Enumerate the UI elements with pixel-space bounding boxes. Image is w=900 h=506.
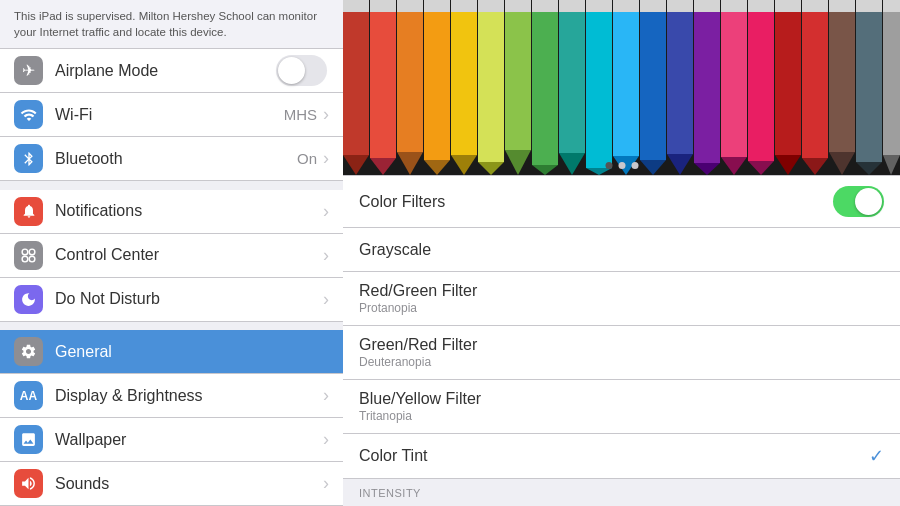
wifi-icon [14, 100, 43, 129]
preferences-group: General AA Display & Brightness Wallpape… [0, 330, 343, 506]
svg-rect-50 [748, 0, 774, 161]
svg-rect-32 [586, 0, 612, 168]
svg-rect-34 [586, 0, 612, 12]
svg-rect-62 [856, 0, 882, 162]
svg-rect-46 [694, 0, 720, 12]
airplane-mode-toggle[interactable] [276, 55, 327, 86]
sounds-chevron [323, 473, 329, 494]
carousel-dot-3[interactable] [631, 162, 638, 169]
svg-rect-58 [802, 0, 828, 12]
carousel-dots [605, 162, 638, 169]
sidebar-item-general[interactable]: General [0, 330, 343, 374]
system-group: Notifications Control Center [0, 190, 343, 322]
notifications-chevron [323, 201, 329, 222]
filter-item-blue-yellow[interactable]: Blue/Yellow Filter Tritanopia [343, 380, 900, 434]
carousel-dot-2[interactable] [618, 162, 625, 169]
svg-rect-40 [640, 0, 666, 12]
svg-rect-20 [478, 0, 504, 162]
do-not-disturb-chevron [323, 289, 329, 310]
svg-rect-43 [667, 0, 693, 12]
carousel-dot-1[interactable] [605, 162, 612, 169]
pencil-image-svg [343, 0, 900, 175]
sidebar-item-control-center[interactable]: Control Center [0, 234, 343, 278]
filter-list: Grayscale Red/Green Filter Protanopia Gr… [343, 228, 900, 478]
filter-name-red-green: Red/Green Filter [359, 282, 884, 300]
wallpaper-icon [14, 425, 43, 454]
svg-rect-55 [775, 0, 801, 12]
sounds-icon [14, 469, 43, 498]
svg-rect-23 [505, 0, 531, 150]
bluetooth-chevron [323, 148, 329, 169]
sidebar-item-sounds[interactable]: Sounds [0, 462, 343, 506]
notifications-label: Notifications [55, 202, 323, 220]
color-filters-header: Color Filters [343, 176, 900, 228]
intensity-label: INTENSITY [343, 479, 900, 503]
control-center-icon [14, 241, 43, 270]
svg-rect-49 [721, 0, 747, 12]
filter-item-color-tint[interactable]: Color Tint ✓ [343, 434, 900, 478]
filter-sub-red-green: Protanopia [359, 301, 884, 315]
svg-rect-44 [694, 0, 720, 163]
bluetooth-value: On [297, 150, 317, 167]
svg-rect-28 [532, 0, 558, 12]
control-center-chevron [323, 245, 329, 266]
sidebar-item-wallpaper[interactable]: Wallpaper [0, 418, 343, 462]
control-center-label: Control Center [55, 246, 323, 264]
sidebar-item-bluetooth[interactable]: Bluetooth On [0, 137, 343, 181]
bluetooth-icon [14, 144, 43, 173]
wifi-value: MHS [284, 106, 317, 123]
svg-rect-13 [397, 0, 423, 12]
svg-rect-31 [559, 0, 585, 12]
svg-rect-26 [532, 0, 558, 165]
do-not-disturb-label: Do Not Disturb [55, 290, 323, 308]
svg-rect-5 [343, 0, 369, 155]
svg-rect-7 [343, 0, 369, 12]
settings-sidebar: This iPad is supervised. Milton Hershey … [0, 0, 343, 506]
svg-rect-16 [424, 0, 450, 12]
svg-rect-64 [856, 0, 882, 12]
svg-point-0 [22, 249, 28, 255]
color-tint-checkmark: ✓ [869, 445, 884, 467]
filter-name-grayscale: Grayscale [359, 241, 884, 259]
filter-sub-green-red: Deuteranopia [359, 355, 884, 369]
supervised-banner: This iPad is supervised. Milton Hershey … [0, 0, 343, 49]
svg-rect-25 [505, 0, 531, 12]
svg-rect-38 [640, 0, 666, 160]
sidebar-item-display-brightness[interactable]: AA Display & Brightness [0, 374, 343, 418]
filter-item-red-green[interactable]: Red/Green Filter Protanopia [343, 272, 900, 326]
wifi-label: Wi-Fi [55, 106, 284, 124]
sidebar-item-wifi[interactable]: Wi-Fi MHS [0, 93, 343, 137]
airplane-mode-label: Airplane Mode [55, 62, 276, 80]
svg-rect-53 [775, 0, 801, 155]
color-filters-toggle-knob [855, 188, 882, 215]
svg-rect-29 [559, 0, 585, 153]
svg-rect-67 [883, 0, 900, 12]
svg-rect-22 [478, 0, 504, 12]
main-content: Color Filters Grayscale Red/Green Filter… [343, 0, 900, 506]
svg-rect-17 [451, 0, 477, 155]
svg-rect-8 [370, 0, 396, 158]
wallpaper-label: Wallpaper [55, 431, 323, 449]
pencil-image-area [343, 0, 900, 175]
filter-item-grayscale[interactable]: Grayscale [343, 228, 900, 272]
supervised-text: This iPad is supervised. Milton Hershey … [14, 10, 317, 38]
svg-rect-56 [802, 0, 828, 158]
sounds-label: Sounds [55, 475, 323, 493]
wifi-chevron [323, 104, 329, 125]
svg-rect-14 [424, 0, 450, 160]
sidebar-item-do-not-disturb[interactable]: Do Not Disturb [0, 278, 343, 322]
general-icon [14, 337, 43, 366]
svg-point-2 [22, 256, 28, 262]
general-label: General [55, 343, 329, 361]
display-label: Display & Brightness [55, 387, 323, 405]
color-filters-toggle[interactable] [833, 186, 884, 217]
svg-point-3 [29, 256, 35, 262]
filter-item-green-red[interactable]: Green/Red Filter Deuteranopia [343, 326, 900, 380]
svg-rect-65 [883, 0, 900, 155]
filter-name-color-tint: Color Tint [359, 447, 884, 465]
sidebar-item-airplane-mode[interactable]: ✈ Airplane Mode [0, 49, 343, 93]
sidebar-item-notifications[interactable]: Notifications [0, 190, 343, 234]
toggle-knob [278, 57, 305, 84]
group-divider-1 [0, 181, 343, 189]
display-icon: AA [14, 381, 43, 410]
